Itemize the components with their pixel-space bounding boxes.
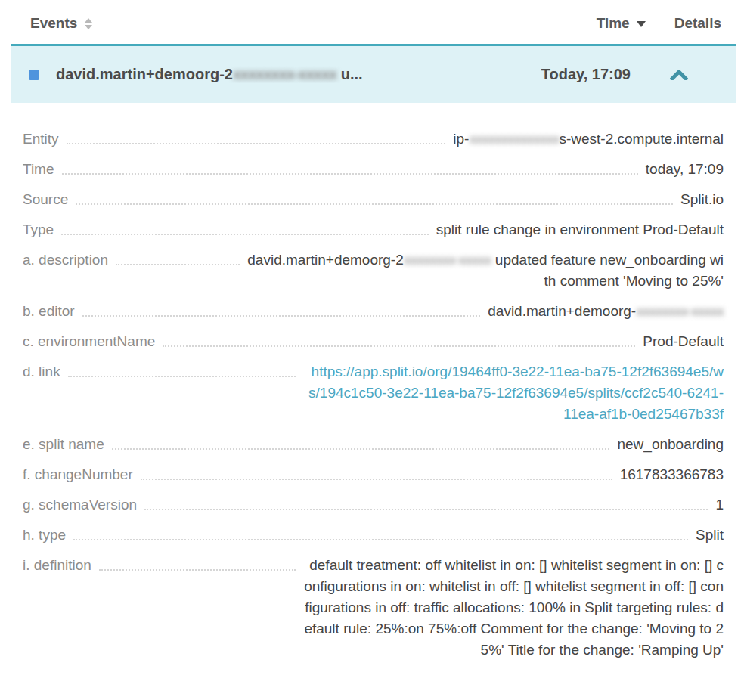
detail-label: a. description bbox=[23, 249, 108, 271]
dotted-leader bbox=[76, 189, 673, 205]
dotted-leader bbox=[62, 159, 638, 175]
split-event-link[interactable]: https://app.split.io/org/19464ff0-3e22-1… bbox=[308, 364, 724, 422]
table-header: Events Time Details bbox=[0, 0, 744, 44]
detail-value: today, 17:09 bbox=[646, 159, 724, 180]
detail-label: d. link bbox=[23, 361, 60, 383]
detail-label: h. type bbox=[23, 525, 66, 546]
event-severity-square-icon bbox=[29, 70, 39, 80]
dotted-leader bbox=[112, 434, 610, 450]
event-time: Today, 17:09 bbox=[541, 66, 631, 83]
detail-value: Prod-Default bbox=[643, 331, 724, 352]
detail-value: split rule change in environment Prod-De… bbox=[436, 219, 724, 240]
dotted-leader bbox=[82, 301, 481, 317]
event-row[interactable]: david.martin+demoorg-2xxxxxxxx-xxxxx u..… bbox=[11, 44, 736, 103]
detail-row-time: Time today, 17:09 bbox=[23, 159, 724, 180]
detail-value: david.martin+demoorg-2xxxxxxxx-xxxxx upd… bbox=[247, 249, 724, 292]
event-title: david.martin+demoorg-2xxxxxxxx-xxxxx u..… bbox=[56, 66, 541, 83]
detail-label: g. schemaVersion bbox=[23, 494, 137, 516]
dotted-leader bbox=[61, 219, 429, 235]
detail-label: c. environmentName bbox=[23, 331, 155, 352]
detail-label: f. changeNumber bbox=[23, 464, 133, 485]
detail-value: ip-xxxxxxxxxxxxxxs-west-2.compute.intern… bbox=[453, 129, 724, 150]
dotted-leader bbox=[163, 331, 635, 347]
redacted-text: xxxxxxxxxxxxxx bbox=[469, 131, 559, 147]
events-column-header[interactable]: Events bbox=[30, 15, 92, 32]
detail-label: Entity bbox=[23, 129, 59, 150]
detail-label: Type bbox=[23, 219, 54, 240]
detail-row-split-name: e. split name new_onboarding bbox=[23, 434, 724, 455]
detail-row-type: Type split rule change in environment Pr… bbox=[23, 219, 724, 240]
dotted-leader bbox=[141, 464, 612, 480]
detail-label: e. split name bbox=[23, 434, 104, 455]
dropdown-arrow-icon bbox=[637, 21, 646, 27]
detail-label: Time bbox=[23, 159, 54, 180]
detail-row-entity: Entity ip-xxxxxxxxxxxxxxs-west-2.compute… bbox=[23, 129, 724, 150]
detail-row-link: d. link https://app.split.io/org/19464ff… bbox=[23, 361, 724, 425]
time-column-label: Time bbox=[597, 15, 630, 32]
time-column-header[interactable]: Time bbox=[597, 15, 646, 32]
detail-value: default treatment: off whitelist in on: … bbox=[303, 555, 724, 661]
detail-value: 1 bbox=[715, 494, 724, 516]
dotted-leader bbox=[73, 525, 688, 540]
detail-row-source: Source Split.io bbox=[23, 189, 724, 210]
detail-value: 1617833366783 bbox=[620, 464, 724, 485]
detail-row-schema-version: g. schemaVersion 1 bbox=[23, 494, 724, 516]
collapse-button[interactable] bbox=[670, 70, 688, 80]
dotted-leader bbox=[116, 249, 240, 265]
detail-row-environment-name: c. environmentName Prod-Default bbox=[23, 331, 724, 352]
detail-label: Source bbox=[23, 189, 68, 210]
detail-label: i. definition bbox=[23, 555, 91, 576]
event-details: Entity ip-xxxxxxxxxxxxxxs-west-2.compute… bbox=[0, 103, 744, 661]
sort-icon bbox=[85, 18, 92, 29]
detail-value: https://app.split.io/org/19464ff0-3e22-1… bbox=[303, 361, 724, 425]
redacted-text: xxxxxxxx-xxxxx bbox=[404, 252, 491, 268]
detail-value: Split.io bbox=[680, 189, 724, 210]
detail-row-change-number: f. changeNumber 1617833366783 bbox=[23, 464, 724, 485]
detail-value: david.martin+demoorg-xxxxxxxx-xxxxx bbox=[488, 301, 724, 322]
events-column-label: Events bbox=[30, 15, 77, 32]
detail-row-editor: b. editor david.martin+demoorg-xxxxxxxx-… bbox=[23, 301, 724, 322]
detail-value: Split bbox=[696, 525, 724, 546]
details-column-header: Details bbox=[674, 15, 721, 32]
dotted-leader bbox=[68, 361, 296, 377]
detail-row-description: a. description david.martin+demoorg-2xxx… bbox=[23, 249, 724, 292]
detail-label: b. editor bbox=[23, 301, 75, 322]
redacted-text: xxxxxxxx-xxxxx bbox=[636, 303, 724, 319]
detail-row-type-h: h. type Split bbox=[23, 525, 724, 546]
detail-row-definition: i. definition default treatment: off whi… bbox=[23, 555, 724, 661]
dotted-leader bbox=[99, 555, 296, 571]
dotted-leader bbox=[67, 129, 446, 144]
detail-value: new_onboarding bbox=[617, 434, 724, 455]
redacted-text: xxxxxxxx-xxxxx bbox=[233, 66, 336, 82]
dotted-leader bbox=[144, 494, 708, 510]
chevron-up-icon bbox=[670, 70, 688, 80]
